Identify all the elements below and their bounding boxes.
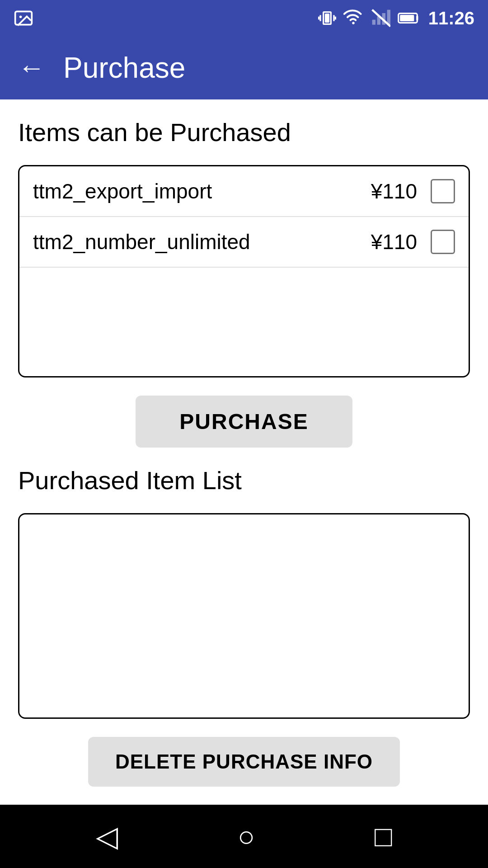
svg-point-1: [19, 16, 22, 19]
wifi-icon: [343, 8, 363, 28]
purchase-btn-container: PURCHASE: [18, 396, 470, 448]
signal-icon: [371, 8, 390, 28]
battery-icon: [398, 9, 421, 27]
purchasable-section-title: Items can be Purchased: [18, 118, 470, 147]
status-bar-left: [14, 0, 33, 36]
item-checkbox-2[interactable]: [431, 230, 455, 254]
bottom-nav: ◁ ○ □: [0, 805, 488, 868]
list-item: ttm2_number_unlimited ¥110: [19, 217, 469, 268]
purchased-section: Purchased Item List: [18, 466, 470, 495]
purchased-section-title: Purchased Item List: [18, 466, 470, 495]
purchase-button[interactable]: PURCHASE: [136, 396, 352, 448]
nav-home-icon[interactable]: ○: [238, 820, 255, 853]
purchasable-section: Items can be Purchased: [18, 118, 470, 147]
svg-rect-9: [372, 20, 375, 25]
items-spacer: [19, 268, 469, 376]
delete-purchase-button[interactable]: DELETE PURCHASE INFO: [88, 737, 400, 787]
items-box: ttm2_export_import ¥110 ttm2_number_unli…: [18, 165, 470, 377]
item-name-2: ttm2_number_unlimited: [33, 230, 371, 254]
status-icons-right: 11:26: [318, 8, 474, 28]
nav-back-icon[interactable]: ◁: [96, 820, 118, 853]
status-bar: 11:26: [0, 0, 488, 36]
list-item: ttm2_export_import ¥110: [19, 166, 469, 217]
app-bar: ← Purchase: [0, 36, 488, 99]
item-name-1: ttm2_export_import: [33, 179, 371, 203]
purchased-items-box: [18, 513, 470, 719]
delete-btn-container: DELETE PURCHASE INFO: [18, 737, 470, 787]
page-title: Purchase: [63, 51, 185, 85]
svg-rect-3: [325, 14, 329, 23]
vibrate-icon: [318, 9, 336, 27]
item-price-2: ¥110: [371, 230, 417, 254]
item-price-1: ¥110: [371, 179, 417, 203]
status-time: 11:26: [428, 8, 474, 28]
main-content: Items can be Purchased ttm2_export_impor…: [0, 99, 488, 805]
back-button[interactable]: ←: [18, 54, 45, 81]
item-checkbox-1[interactable]: [431, 179, 455, 203]
photo-icon: [14, 8, 33, 28]
svg-point-8: [352, 22, 355, 24]
nav-recent-icon[interactable]: □: [375, 820, 392, 853]
svg-rect-15: [400, 15, 414, 21]
